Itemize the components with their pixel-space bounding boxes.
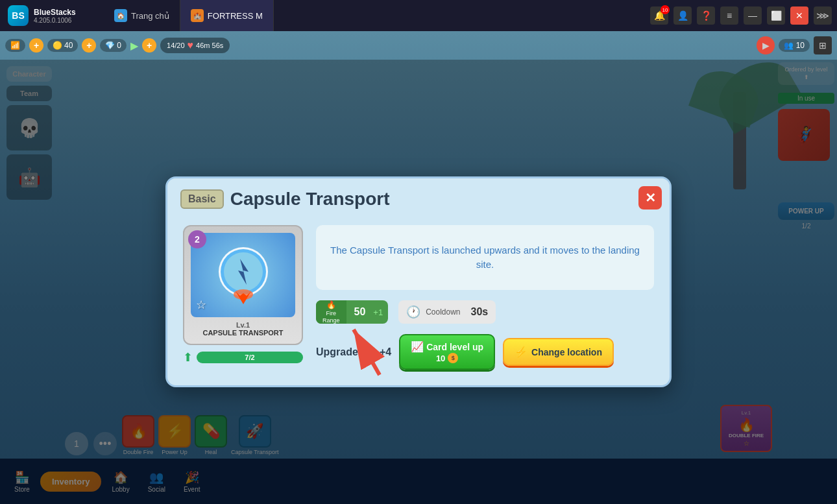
description-text: The Capsule Transport is launched upward… — [329, 243, 641, 272]
modal-body: 2 — [167, 215, 670, 385]
window-controls: 🔔 10 👤 ❓ ≡ — ⬜ ✕ ⋙ — [650, 6, 837, 25]
health-value: 14/20 — [167, 42, 185, 49]
level-up-cost: 10 — [436, 354, 445, 363]
fire-range-icon: 🔥 — [326, 300, 336, 309]
progress-bar: 7/2 — [197, 352, 303, 363]
tab-fortress-label: FORTRESS M — [208, 11, 263, 21]
coin-icon-btn: $ — [448, 353, 458, 363]
upgrade-row: Upgrade ✦ +4 📈 Card level up — [316, 334, 654, 370]
card-level-up-btn[interactable]: 📈 Card level up 10 $ — [399, 334, 495, 370]
card-frame: 2 — [183, 225, 303, 345]
modal-header: Basic Capsule Transport ✕ — [167, 178, 670, 215]
basic-badge: Basic — [180, 189, 224, 209]
gems-icon: 💎 — [105, 41, 115, 50]
card-lv-label: Lv.1 — [191, 321, 295, 329]
progress-value: 7/2 — [245, 354, 254, 361]
fire-range-label-area: 🔥 Fire Range — [316, 300, 346, 324]
upgrade-label: Upgrade — [316, 346, 358, 358]
gems-stat: 💎 0 — [100, 39, 127, 52]
change-location-btn[interactable]: ⚡ Change location — [503, 338, 614, 366]
fire-range-stat: 🔥 Fire Range 50 +1 — [316, 300, 388, 324]
card-name-area: Lv.1 CAPSULE TRANSPORT — [191, 321, 295, 337]
tab-home-label: Trang chủ — [131, 11, 169, 21]
fire-label: Fire — [326, 310, 337, 317]
toolbar-right: ▶ 👥 10 ⊞ — [757, 36, 832, 54]
cooldown-stat: 🕐 Cooldown 30s — [398, 300, 496, 324]
tab-fortress[interactable]: 🏰 FORTRESS M — [180, 0, 274, 31]
fire-range-bonus: +1 — [373, 307, 388, 317]
coins-value: 40 — [64, 41, 73, 50]
modal-title: Capsule Transport — [230, 189, 390, 210]
card-level-badge: 2 — [188, 230, 206, 248]
modal-close-btn[interactable]: ✕ — [638, 186, 662, 210]
change-loc-icon: ⚡ — [515, 346, 528, 358]
arrow-up-icon: ⬆ — [183, 350, 193, 365]
range-label: Range — [322, 317, 340, 324]
info-panel: The Capsule Transport is launched upward… — [316, 225, 654, 370]
menu-btn[interactable]: ≡ — [720, 6, 738, 25]
notification-btn[interactable]: 🔔 10 — [650, 6, 668, 25]
grid-btn[interactable]: ⊞ — [814, 36, 832, 54]
minimize-btn[interactable]: — — [744, 6, 762, 25]
add-gems-btn[interactable]: + — [142, 38, 156, 53]
help-btn[interactable]: ❓ — [697, 6, 715, 25]
add-coins-btn[interactable]: + — [82, 38, 96, 53]
close-btn[interactable]: ✕ — [790, 6, 808, 25]
tab-home[interactable]: 🏠 Trang chủ — [104, 0, 180, 31]
bars-stat: 📶 — [5, 39, 25, 52]
cooldown-icon: 🕐 — [406, 305, 420, 319]
capsule-svg — [211, 243, 276, 307]
game-toolbar: 📶 + 🟡 40 + 💎 0 ▶ + 14/20 ♥ 46m 56s ▶ 👥 1… — [0, 31, 837, 60]
brand-version: 4.205.0.1006 — [34, 17, 76, 24]
btn-cost-row: 10 $ — [436, 353, 458, 363]
bars-icon: 📶 — [10, 41, 20, 50]
coin-icon: 🟡 — [53, 41, 62, 50]
more-btn[interactable]: ⋙ — [814, 6, 832, 25]
cooldown-value: 30s — [471, 306, 489, 318]
card-display: 2 — [183, 225, 303, 365]
capsule-transport-modal: Basic Capsule Transport ✕ 2 — [165, 176, 672, 387]
heart-icon: ♥ — [188, 40, 194, 51]
add-bars-btn[interactable]: + — [29, 38, 43, 53]
upgrade-cost-value: +4 — [380, 346, 391, 358]
social-count: 👥 10 — [779, 39, 810, 52]
description-box: The Capsule Transport is launched upward… — [316, 225, 654, 290]
youtube-btn[interactable]: ▶ — [757, 36, 775, 54]
coins-stat: 🟡 40 — [47, 39, 78, 52]
home-tab-icon: 🏠 — [114, 9, 127, 22]
btn-arrow-icon: 📈 — [411, 341, 424, 353]
account-btn[interactable]: 👤 — [673, 6, 692, 25]
brand-name: BlueStacks — [34, 8, 76, 17]
timer-value: 46m 56s — [196, 42, 223, 49]
modal-overlay: Basic Capsule Transport ✕ 2 — [0, 60, 837, 504]
card-name-label: CAPSULE TRANSPORT — [191, 329, 295, 337]
notification-badge: 10 — [661, 5, 670, 14]
gem-icon: ✦ — [366, 344, 377, 360]
gems-value: 0 — [117, 41, 121, 50]
bluestacks-logo: BS — [8, 5, 29, 26]
fortress-tab-icon: 🏰 — [191, 9, 204, 22]
upgrade-cost: ✦ +4 — [366, 344, 391, 360]
change-location-label: Change location — [531, 347, 602, 357]
fire-range-value: 50 — [346, 306, 374, 318]
stats-row: 🔥 Fire Range 50 +1 🕐 Cooldown 30s — [316, 300, 654, 324]
brand-area: BS BlueStacks 4.205.0.1006 — [0, 5, 104, 26]
progress-bar-area: ⬆ 7/2 — [183, 350, 303, 365]
titlebar: BS BlueStacks 4.205.0.1006 🏠 Trang chủ 🏰… — [0, 0, 837, 31]
restore-btn[interactable]: ⬜ — [767, 6, 785, 25]
card-level-up-label: Card level up — [426, 342, 483, 352]
card-image-area: ☆ — [191, 233, 295, 317]
timer-box: 14/20 ♥ 46m 56s — [160, 38, 230, 53]
game-area: Character Team 💀 🤖 Ordered by level ⬆ In… — [0, 60, 837, 504]
cooldown-label: Cooldown — [426, 307, 460, 317]
card-star: ☆ — [196, 298, 206, 312]
